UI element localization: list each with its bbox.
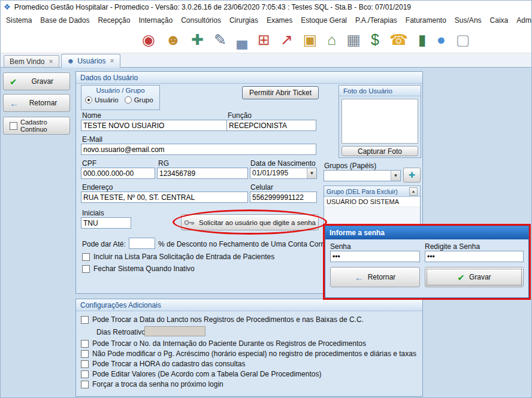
- cadastro-continuo-checkbox[interactable]: [10, 122, 17, 130]
- trocar-data-lancto-label: Pode Trocar a Data do Lancto nos Registr…: [92, 315, 364, 324]
- editar-valores-label: Pode Editar Valores (De Acordo com a Tab…: [92, 370, 321, 378]
- config-checkbox-row[interactable]: Não Pode modificar o Pg. Acréscimo (horá…: [81, 350, 416, 358]
- stock-package-icon[interactable]: ▣: [303, 32, 318, 47]
- menu-consultorios[interactable]: Consultórios: [177, 14, 225, 26]
- check-icon: ✔: [10, 77, 17, 86]
- dialog-retornar-button[interactable]: ← Retornar: [330, 267, 420, 287]
- senha-input[interactable]: [330, 251, 420, 262]
- menu-base-de-dados[interactable]: Base de Dados: [36, 14, 93, 26]
- menu-sus-ans[interactable]: Sus/Ans: [451, 14, 486, 26]
- incluir-lista-checkbox-row[interactable]: Incluir na Lista Para Solicitação de Ent…: [82, 253, 274, 261]
- menu-faturamento[interactable]: Faturamento: [401, 14, 451, 26]
- reception-icon[interactable]: ☻: [165, 32, 181, 47]
- menu-internacao[interactable]: Internação: [134, 14, 177, 26]
- doctor-icon[interactable]: ✚: [191, 32, 204, 47]
- radio-grupo-label: Grupo: [134, 96, 153, 104]
- menu-estoque-geral[interactable]: Estoque Geral: [297, 14, 351, 26]
- gravar-button[interactable]: ✔ Gravar: [3, 72, 70, 90]
- tipo-usuario-title: Usuário / Grupo: [81, 86, 159, 94]
- nome-input[interactable]: [81, 120, 227, 131]
- radio-usuario-circle[interactable]: [85, 96, 92, 104]
- key-icon: [184, 219, 195, 226]
- menu-exames[interactable]: Exames: [262, 14, 297, 26]
- dialog-title-bar: Informe a senha: [325, 226, 528, 239]
- config-checkbox-row[interactable]: Pode Editar Valores (De Acordo com a Tab…: [81, 370, 321, 378]
- grupo-row[interactable]: USUÁRIO DO SISTEMA: [324, 197, 420, 207]
- config-checkbox-row[interactable]: Pode Trocar a HORA do cadastro das consu…: [81, 360, 245, 368]
- tab-label: Bem Vindo: [10, 57, 44, 66]
- chevron-down-icon[interactable]: ▼: [391, 171, 400, 181]
- config-checkbox-row[interactable]: Forçar a troca da senha no próximo login: [81, 380, 223, 388]
- window-title: Promedico Gestão Hospitalar - Promedico …: [14, 3, 411, 11]
- iniciais-input[interactable]: [81, 217, 131, 229]
- group-header: Dados do Usuário: [76, 72, 422, 84]
- tipo-usuario-box: Usuário / Grupo Usuário Grupo: [81, 85, 160, 110]
- trocar-hora-checkbox[interactable]: [81, 360, 89, 368]
- prescription-icon[interactable]: ✎: [214, 32, 226, 47]
- dialog-gravar-button[interactable]: ✔ Gravar: [425, 267, 524, 287]
- trocar-no-internacao-checkbox[interactable]: [81, 340, 89, 348]
- trocar-data-lancto-checkbox[interactable]: [81, 316, 89, 324]
- cpf-input[interactable]: [81, 168, 155, 179]
- menu-recepcao[interactable]: Recepção: [93, 14, 134, 26]
- market-icon[interactable]: ⌂: [327, 32, 336, 47]
- scroll-up-icon[interactable]: ▲: [409, 187, 418, 196]
- tab-usuarios[interactable]: ☻ Usuários ×: [61, 54, 120, 68]
- permitir-abrir-ticket-button[interactable]: Permitir Abrir Ticket: [242, 86, 319, 99]
- informe-senha-dialog: Informe a senha Senha Redigite a Senha ←…: [325, 226, 529, 298]
- forcar-troca-senha-label: Forçar a troca da senha no próximo login: [92, 380, 223, 388]
- close-icon[interactable]: ×: [110, 57, 114, 65]
- funcao-input[interactable]: [226, 120, 316, 131]
- radio-usuario[interactable]: Usuário: [85, 96, 119, 104]
- billing-chart-icon[interactable]: ↗: [280, 32, 293, 47]
- capturar-foto-button[interactable]: Capturar Foto: [341, 146, 418, 156]
- chat-icon[interactable]: ●: [437, 32, 446, 47]
- radio-grupo[interactable]: Grupo: [125, 96, 153, 104]
- desconto-input[interactable]: [129, 238, 155, 249]
- nome-label: Nome: [82, 111, 101, 120]
- rg-input[interactable]: [157, 168, 248, 179]
- editar-valores-checkbox[interactable]: [81, 370, 89, 378]
- nascimento-label: Data de Nascimento: [250, 159, 316, 168]
- config-checkbox-row[interactable]: Pode Trocar a Data do Lancto nos Registr…: [81, 315, 364, 324]
- desconto-label: Pode dar Até:: [82, 240, 126, 248]
- window-icon[interactable]: ▢: [456, 32, 470, 47]
- nao-modificar-pg-checkbox[interactable]: [81, 350, 89, 358]
- nascimento-combo[interactable]: 01/01/1995 ▼: [250, 168, 317, 179]
- celular-input[interactable]: [250, 192, 317, 203]
- grupos-papeis-label: Grupos (Papéis): [324, 162, 376, 170]
- bed-icon[interactable]: ▄: [237, 32, 247, 47]
- add-grupo-button[interactable]: ✚: [403, 168, 421, 183]
- fechar-sistema-checkbox-row[interactable]: Fechar Sistema Quando Inativo: [82, 265, 195, 273]
- menu-caixa[interactable]: Caixa: [486, 14, 513, 26]
- ambulance-icon[interactable]: ⊞: [258, 32, 270, 47]
- solicitar-senha-button[interactable]: Solicitar ao usuário que digite a senha: [181, 214, 319, 230]
- forcar-troca-senha-checkbox[interactable]: [81, 381, 89, 388]
- incluir-lista-checkbox[interactable]: [82, 253, 90, 261]
- config-checkbox-row[interactable]: Pode Trocar o No. da Internação do Pacie…: [81, 339, 366, 348]
- radio-grupo-circle[interactable]: [125, 96, 132, 104]
- cadastro-continuo-toggle[interactable]: Cadastro Contínuo: [3, 117, 70, 135]
- chevron-down-icon[interactable]: ▼: [307, 168, 316, 178]
- email-input[interactable]: [81, 144, 316, 155]
- menu-administracao[interactable]: Administração: [512, 14, 531, 26]
- grupos-papeis-combo[interactable]: ▼: [324, 170, 401, 181]
- menu-cirurgias[interactable]: Cirurgias: [225, 14, 262, 26]
- menu-sistema[interactable]: Sistema: [2, 14, 36, 26]
- fechar-sistema-checkbox[interactable]: [82, 265, 90, 273]
- phone-icon[interactable]: ☎: [389, 32, 408, 47]
- tab-bem-vindo[interactable]: Bem Vindo ×: [4, 55, 59, 67]
- redigite-senha-input[interactable]: [425, 251, 524, 262]
- dialog-body: Senha Redigite a Senha ← Retornar ✔ Grav…: [325, 239, 528, 297]
- menu-pa-terapias[interactable]: P.A./Terapias: [351, 14, 401, 26]
- ledger-book-icon[interactable]: ▮: [418, 32, 427, 47]
- permitir-abrir-ticket-label: Permitir Abrir Ticket: [249, 89, 312, 97]
- retornar-button[interactable]: ← Retornar: [3, 94, 70, 112]
- exit-icon[interactable]: ◉: [142, 32, 155, 47]
- safe-icon[interactable]: ▦: [346, 32, 361, 47]
- close-icon[interactable]: ×: [49, 57, 53, 66]
- endereco-input[interactable]: [81, 192, 248, 203]
- cash-calculator-icon[interactable]: $: [371, 32, 379, 47]
- group-header: Configurações Adicionais: [76, 299, 422, 311]
- dialog-gravar-label: Gravar: [469, 273, 491, 281]
